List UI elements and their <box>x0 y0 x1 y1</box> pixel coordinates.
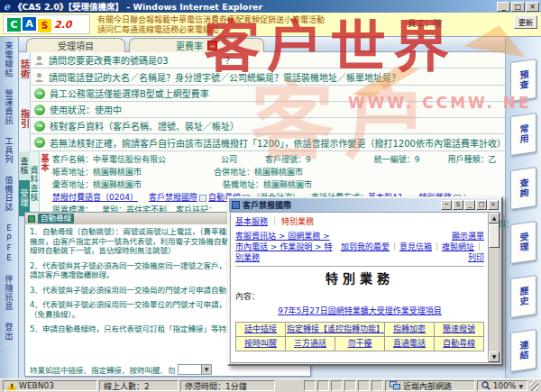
content-label: 內容： <box>235 290 484 302</box>
idle-time: 停滯時間：1分鐘 <box>180 380 275 391</box>
marquee-line-2: 請同仁每通進線電話務必來電總結 <box>97 25 325 35</box>
guide-row-4[interactable]: → 若無法核對正確，婉請客戶自行由該市話話機撥打「1200」，依語音提示作變更（… <box>31 134 505 151</box>
status-cell <box>371 380 383 391</box>
tab-query[interactable]: 查詢 <box>510 167 536 210</box>
popup-minimize-button[interactable]: ─ <box>441 200 452 210</box>
basic-sub-tab[interactable]: 基本 <box>40 151 50 216</box>
tab-common[interactable]: 常用 <box>510 113 536 156</box>
notice-link[interactable]: 97年5月27日固網特業擴大受理作業受理項目 <box>278 306 442 315</box>
maximize-button[interactable]: □ <box>511 2 525 12</box>
sidebar-item-epfe[interactable]: EPFE <box>5 223 14 268</box>
window-titlebar: e 《CAS 2.0》【受理值機席】 - Windows Internet Ex… <box>0 0 541 13</box>
basic-service-link[interactable]: 基本服務 <box>235 217 268 226</box>
intl-bar-checkbox-icon[interactable] <box>199 195 206 202</box>
guide-row-3[interactable]: → 核對客戶資料（客戶名稱、證號、裝址／帳址） <box>31 118 505 134</box>
minimize-button[interactable]: _ <box>497 2 510 12</box>
sidebar-item-call-summary[interactable]: 來電總結 <box>4 41 15 82</box>
guide-row-1-text: 員工公務電話僅能選擇B型或上網型費率 <box>50 87 209 100</box>
sidebar-item-logout[interactable]: 登出 <box>4 323 15 345</box>
tab-change-rate-label: 更費率 <box>176 39 203 52</box>
customer-name: 客戶名稱：中華電信股份有限公 <box>52 155 166 164</box>
tab-links[interactable]: 連結 <box>510 329 536 372</box>
customer-line-1: 客戶名稱：中華電信股份有限公公司客戶證號：9統一編號：9用戶種類：乙 <box>52 153 503 165</box>
tab-accept[interactable]: 受理 <box>510 221 536 264</box>
popup-close-button[interactable]: × <box>488 200 499 210</box>
green-arrow-icon: → <box>34 105 45 115</box>
show-menu-link[interactable]: 顯示選單 <box>452 232 484 241</box>
tab-query-label: 查詢 <box>517 178 530 199</box>
script-row-1[interactable]: 請問您要更改費率的號碼是03 ？ <box>31 52 505 68</box>
window-title: 《CAS 2.0》【受理值機席】 - Windows Internet Expl… <box>14 0 262 13</box>
logo-letter-a: A <box>23 17 36 31</box>
intranet-icon <box>390 381 400 390</box>
online-count: 線上人數：2 <box>99 380 179 391</box>
do-not-disturb-link[interactable]: 勿干擾 <box>347 339 371 348</box>
auto-hunting-table-link[interactable]: 自動尋線 <box>443 339 475 348</box>
add-favorite-link[interactable]: 加到我的最愛 <box>341 242 390 251</box>
sidebar-item-toolbar[interactable]: 工具列 <box>4 137 15 169</box>
three-way-link[interactable]: 三方通話 <box>294 339 326 348</box>
guide-row-2[interactable]: → 使用狀況：使用中 <box>31 102 505 118</box>
cas-logo: C A S 2.0 <box>3 14 90 34</box>
status-host-segment: ! WEBN03 <box>3 380 97 391</box>
script-row-2[interactable]: 請問電話登記的大名／名稱是？身分證字號／公司統編是？電話裝機地址／帳單地址是？ <box>31 68 505 86</box>
script-category-label: 話術 <box>18 59 32 79</box>
popup-maximize-button[interactable]: □ <box>476 200 487 210</box>
data-check-group: 資料查核 <box>30 151 40 216</box>
green-arrow-icon: → <box>34 137 45 148</box>
zoom-caret-icon[interactable]: ▼ <box>518 383 523 389</box>
feedback-link[interactable]: 意見信箱 <box>399 242 432 251</box>
popup-refresh-button[interactable]: S <box>453 200 463 210</box>
close-button[interactable]: × <box>526 2 539 12</box>
right-tab-strip: 預查 常用 查詢 受理 歷史 連結 <box>505 37 541 378</box>
breadcrumb[interactable]: 客服資訊站 > 固網業務 > 市內電話 > 作業說明 > 特別業務 <box>235 231 335 263</box>
tab-close-icon[interactable]: × <box>207 41 217 50</box>
script-category: 話術 <box>19 52 31 86</box>
speed-dial-link[interactable]: 簡速撥號 <box>443 324 475 333</box>
paid-audio-bar-link[interactable]: 禁撥付費語音（0204） <box>52 193 138 202</box>
employee-name: 陳 <box>434 18 443 28</box>
sidebar-item-ops-info[interactable]: 營運資訊 <box>4 89 15 130</box>
popup-scrollbar[interactable]: ▲ ▼ <box>488 213 500 362</box>
intl-bar-link[interactable]: 客戶禁撥國際 <box>149 193 197 202</box>
tab-history[interactable]: 歷史 <box>510 275 536 318</box>
resize-grip[interactable] <box>529 380 538 391</box>
update-button[interactable]: 更新 <box>514 15 537 29</box>
tab-accept-items[interactable]: 受理項目 <box>26 38 125 52</box>
popup-content: ▲ ▼ 基本服務｜特別業務 客服資訊站 > 固網業務 > 市內電話 > 作業說明… <box>230 212 500 363</box>
window-icon <box>232 201 240 209</box>
chevron-down-icon[interactable]: ▼ <box>201 365 211 374</box>
scroll-down-icon[interactable]: ▼ <box>489 351 500 362</box>
popup-roll-button[interactable]: _ <box>464 200 475 210</box>
guide-row-1[interactable]: → 員工公務電話僅能選擇B型或上網型費率 <box>31 86 505 102</box>
wakeup-call-link[interactable]: 按時叫醒 <box>244 339 277 348</box>
left-sidebar: 來電總結 營運資訊 工具列 值機日誌 EPFE 伴隨訊息 登出 <box>0 37 19 378</box>
billing-address: 帳寄地址：桃園縣桃園市 <box>52 168 142 177</box>
tab-change-rate[interactable]: 更費率 × <box>129 38 264 52</box>
popup-titlebar[interactable]: 客戶禁撥國際 ─ S _ □ × <box>229 198 501 212</box>
print-link[interactable]: 列印 <box>468 253 484 262</box>
basic-sub-tab-label: 基本 <box>40 154 51 172</box>
zoom-control[interactable]: 100% ▼ <box>477 380 527 391</box>
collect-address: 彙寄地址：桃園縣桃園市 <box>52 180 142 189</box>
sidebar-item-attached-msg[interactable]: 伴隨訊息 <box>4 275 15 315</box>
copy-url-link[interactable]: 複製網址 <box>442 242 474 251</box>
logo-letter-s: S <box>38 19 51 32</box>
popup-heading: 特別業務 <box>235 269 484 287</box>
sidebar-item-duty-log[interactable]: 值機日誌 <box>4 176 15 216</box>
feature-dropdown[interactable]: ▼ <box>178 364 212 375</box>
status-cell <box>304 380 316 391</box>
marquee-line-1: 有關今日聯合報報載中華電信消費券搭配寬頻促銷送小筆電活動 <box>97 15 325 25</box>
tab-preview-label: 預查 <box>517 69 530 91</box>
feature-select-text: 特業如話中插接、指定轉接、按時叫醒、勿干擾、 <box>30 364 176 375</box>
forward-pin-link[interactable]: 指轉加密 <box>393 324 426 333</box>
script-row-1-mark: ？ <box>225 53 234 67</box>
customer-line-3: 彙寄地址：桃園縣桃園市裝機地址：桃園縣桃園市 <box>52 178 503 190</box>
call-waiting-link[interactable]: 話中插接 <box>244 324 277 333</box>
tab-common-label: 常用 <box>517 123 530 145</box>
call-forward-link[interactable]: 指定轉接【遙控指轉功能】 <box>287 324 384 333</box>
script-row-1-text: 請問您要更改費率的號碼是03 <box>49 53 169 67</box>
hotline-link[interactable]: 直通電話 <box>393 339 426 348</box>
tab-preview[interactable]: 預查 <box>510 59 536 102</box>
content-tabbar: 受理項目 更費率 × <box>19 37 505 52</box>
